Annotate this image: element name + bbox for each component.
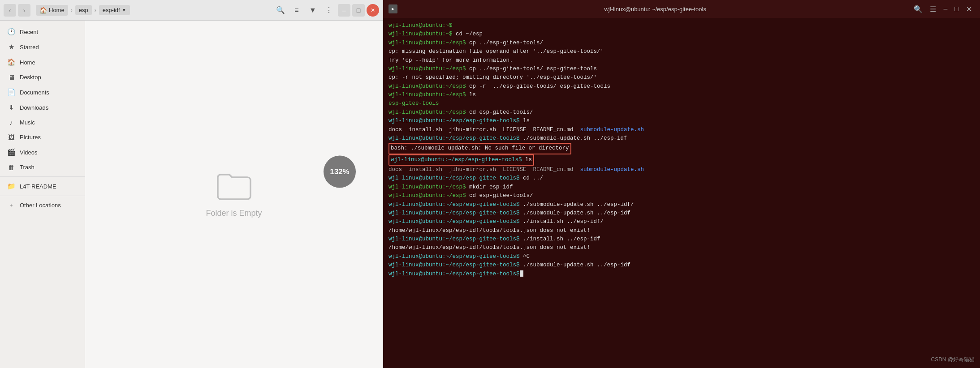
terminal-minimize-button[interactable]: – xyxy=(941,4,950,14)
empty-folder: Folder is Empty xyxy=(206,171,262,218)
file-area: Folder is Empty 132% xyxy=(85,21,383,368)
sidebar-item-l4t-readme-label: L4T-README xyxy=(20,183,56,190)
sidebar-item-desktop[interactable]: 🖥 Desktop xyxy=(0,70,85,85)
terminal-line: docs install.sh jihu-mirror.sh LICENSE R… xyxy=(389,126,975,134)
sidebar-item-other-locations[interactable]: ＋ Other Locations xyxy=(0,198,85,213)
downloads-icon: ⬇ xyxy=(7,103,15,111)
sidebar-divider2 xyxy=(0,196,85,196)
sidebar-item-pictures[interactable]: 🖼 Pictures xyxy=(0,130,85,145)
terminal-line: wjl-linux@ubuntu:~/esp/esp-gitee-tools$ … xyxy=(389,261,975,270)
terminal-line: wjl-linux@ubuntu:~/esp$ cd esp-gitee-too… xyxy=(389,192,975,200)
folder-icon xyxy=(216,171,252,201)
terminal-line: wjl-linux@ubuntu:~/esp$ cp -r ../esp-git… xyxy=(389,82,975,91)
breadcrumb-sep2: › xyxy=(95,7,96,13)
terminal-line: bash: ./submodle-update.sh: No such file… xyxy=(389,143,975,154)
terminal-line: cp: -r not specified; omitting directory… xyxy=(389,73,975,82)
sidebar-item-desktop-label: Desktop xyxy=(20,74,41,81)
terminal-line: wjl-linux@ubuntu:~/esp/esp-gitee-tools$ … xyxy=(389,252,975,261)
sidebar-item-home-label: Home xyxy=(20,59,35,66)
terminal-line: wjl-linux@ubuntu:~/esp/esp-gitee-tools$ … xyxy=(389,201,975,209)
terminal-line: wjl-linux@ubuntu:~$ cd ~/esp xyxy=(389,30,975,39)
terminal-search-button[interactable]: 🔍 xyxy=(911,4,925,14)
zoom-badge: 132% xyxy=(324,156,356,188)
sidebar-item-pictures-label: Pictures xyxy=(20,134,41,141)
dropdown-arrow-icon: ▼ xyxy=(122,8,126,13)
search-button[interactable]: 🔍 xyxy=(273,4,288,17)
terminal-line: wjl-linux@ubuntu:~/esp/esp-gitee-tools$ … xyxy=(389,134,975,143)
sidebar-item-trash-label: Trash xyxy=(20,164,35,171)
maximize-button[interactable]: □ xyxy=(352,4,365,17)
sidebar-item-documents-label: Documents xyxy=(20,89,49,96)
terminal-line: /home/wjl-linux/esp/esp-idf/tools/tools.… xyxy=(389,244,975,252)
file-manager-titlebar: ‹ › 🏠 Home › esp › esp-idf ▼ 🔍 ≡ ▼ ⋮ – □… xyxy=(0,0,383,21)
file-manager: ‹ › 🏠 Home › esp › esp-idf ▼ 🔍 ≡ ▼ ⋮ – □… xyxy=(0,0,383,368)
forward-button[interactable]: › xyxy=(18,4,30,17)
titlebar-actions: 🔍 ≡ ▼ ⋮ – □ ✕ xyxy=(273,4,379,17)
sidebar-item-other-locations-label: Other Locations xyxy=(20,202,61,209)
sort-button[interactable]: ▼ xyxy=(306,4,320,17)
sidebar-item-downloads[interactable]: ⬇ Downloads xyxy=(0,100,85,115)
sidebar-item-music-label: Music xyxy=(20,119,35,126)
sidebar: 🕐 Recent ★ Starred 🏠 Home 🖥 Desktop 📄 Do… xyxy=(0,21,85,368)
sidebar-item-videos[interactable]: 🎬 Videos xyxy=(0,145,85,160)
sidebar-item-recent[interactable]: 🕐 Recent xyxy=(0,24,85,39)
cursor xyxy=(520,270,523,277)
breadcrumb-sep1: › xyxy=(71,7,73,13)
terminal-maximize-button[interactable]: □ xyxy=(952,4,962,14)
terminal-line: wjl-linux@ubuntu:~/esp/esp-gitee-tools$ … xyxy=(389,209,975,218)
documents-icon: 📄 xyxy=(7,88,15,96)
sidebar-item-trash[interactable]: 🗑 Trash xyxy=(0,160,85,175)
terminal-line: esp-gitee-tools xyxy=(389,99,975,108)
breadcrumb-home[interactable]: 🏠 Home xyxy=(36,5,68,16)
sidebar-item-starred-label: Starred xyxy=(20,44,39,51)
breadcrumb-esp[interactable]: esp xyxy=(75,5,92,15)
terminal-titlebar-actions: 🔍 ☰ – □ ✕ xyxy=(911,4,975,14)
sidebar-item-home[interactable]: 🏠 Home xyxy=(0,55,85,70)
terminal-icon: ▶ xyxy=(389,4,397,13)
sidebar-item-downloads-label: Downloads xyxy=(20,104,48,111)
terminal-line: wjl-linux@ubuntu:~/esp$ ls xyxy=(389,91,975,99)
terminal-close-button[interactable]: ✕ xyxy=(963,4,975,14)
sidebar-item-recent-label: Recent xyxy=(20,29,38,35)
terminal-line: wjl-linux@ubuntu:~/esp$ mkdir esp-idf xyxy=(389,183,975,192)
close-button[interactable]: ✕ xyxy=(367,4,379,17)
terminal-line: wjl-linux@ubuntu:~/esp/esp-gitee-tools$ … xyxy=(389,117,975,125)
watermark-label: CSDN @好奇猫猫 xyxy=(931,356,975,364)
terminal-line: /home/wjl-linux/esp/esp-idf/tools/tools.… xyxy=(389,227,975,235)
terminal-body[interactable]: wjl-linux@ubuntu:~$ wjl-linux@ubuntu:~$ … xyxy=(383,18,980,368)
l4t-readme-icon: 📁 xyxy=(7,182,15,190)
sidebar-item-music[interactable]: ♪ Music xyxy=(0,115,85,130)
sidebar-divider xyxy=(0,176,85,177)
terminal-line: wjl-linux@ubuntu:~/esp/esp-gitee-tools$ … xyxy=(389,154,975,166)
terminal-line: wjl-linux@ubuntu:~/esp/esp-gitee-tools$ … xyxy=(389,218,975,226)
desktop-icon: 🖥 xyxy=(7,73,15,81)
menu-button[interactable]: ⋮ xyxy=(322,4,336,17)
terminal-title: wjl-linux@ubuntu: ~/esp/esp-gitee-tools xyxy=(402,6,908,13)
terminal-line: wjl-linux@ubuntu:~/esp/esp-gitee-tools$ xyxy=(389,270,975,278)
terminal-line: wjl-linux@ubuntu:~/esp$ cp ../esp-gitee-… xyxy=(389,39,975,47)
minimize-button[interactable]: – xyxy=(338,4,350,17)
starred-icon: ★ xyxy=(7,43,15,51)
terminal-menu-button[interactable]: ☰ xyxy=(927,4,939,14)
terminal-line: wjl-linux@ubuntu:~/esp/esp-gitee-tools$ … xyxy=(389,235,975,244)
sidebar-item-l4t-readme[interactable]: 📁 L4T-README xyxy=(0,179,85,194)
videos-icon: 🎬 xyxy=(7,148,15,156)
breadcrumb: 🏠 Home › esp › esp-idf ▼ xyxy=(36,5,268,16)
back-button[interactable]: ‹ xyxy=(4,4,16,17)
sidebar-item-documents[interactable]: 📄 Documents xyxy=(0,85,85,100)
other-locations-icon: ＋ xyxy=(7,201,15,209)
pictures-icon: 🖼 xyxy=(7,133,15,141)
terminal: ▶ wjl-linux@ubuntu: ~/esp/esp-gitee-tool… xyxy=(383,0,980,368)
music-icon: ♪ xyxy=(7,119,15,126)
home-sidebar-icon: 🏠 xyxy=(7,58,15,66)
terminal-line: wjl-linux@ubuntu:~$ xyxy=(389,21,975,30)
terminal-line: wjl-linux@ubuntu:~/esp$ cd esp-gitee-too… xyxy=(389,108,975,117)
terminal-line: wjl-linux@ubuntu:~/esp$ cp ../esp-gitee-… xyxy=(389,65,975,73)
content-area: 🕐 Recent ★ Starred 🏠 Home 🖥 Desktop 📄 Do… xyxy=(0,21,383,368)
breadcrumb-esp-idf[interactable]: esp-idf ▼ xyxy=(99,5,130,15)
recent-icon: 🕐 xyxy=(7,28,15,36)
empty-folder-label: Folder is Empty xyxy=(206,209,262,218)
terminal-line: cp: missing destination file operand aft… xyxy=(389,47,975,56)
view-options-button[interactable]: ≡ xyxy=(289,4,304,17)
sidebar-item-starred[interactable]: ★ Starred xyxy=(0,39,85,55)
